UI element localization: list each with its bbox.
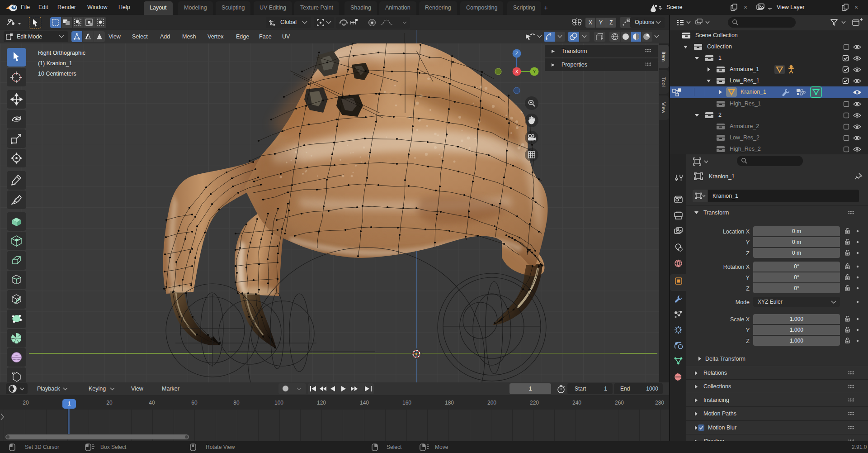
svg-text:X: X — [515, 69, 518, 74]
svg-text:Y: Y — [533, 69, 536, 74]
svg-text:Z: Z — [515, 51, 519, 56]
